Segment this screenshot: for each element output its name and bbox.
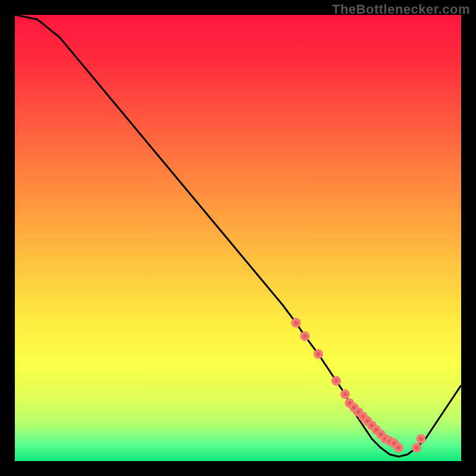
data-marker-core xyxy=(294,321,298,324)
data-marker-core xyxy=(334,379,338,383)
gradient-background xyxy=(15,15,461,461)
data-marker-core xyxy=(415,446,418,449)
data-marker-core xyxy=(343,392,347,396)
data-marker-core xyxy=(317,352,320,356)
chart-container: TheBottlenecker.com xyxy=(0,0,476,476)
attribution-text: TheBottlenecker.com xyxy=(332,2,470,17)
bottleneck-curve-chart xyxy=(15,15,461,461)
data-marker-core xyxy=(303,334,306,338)
data-marker-core xyxy=(419,437,422,440)
data-marker-core xyxy=(397,446,400,449)
